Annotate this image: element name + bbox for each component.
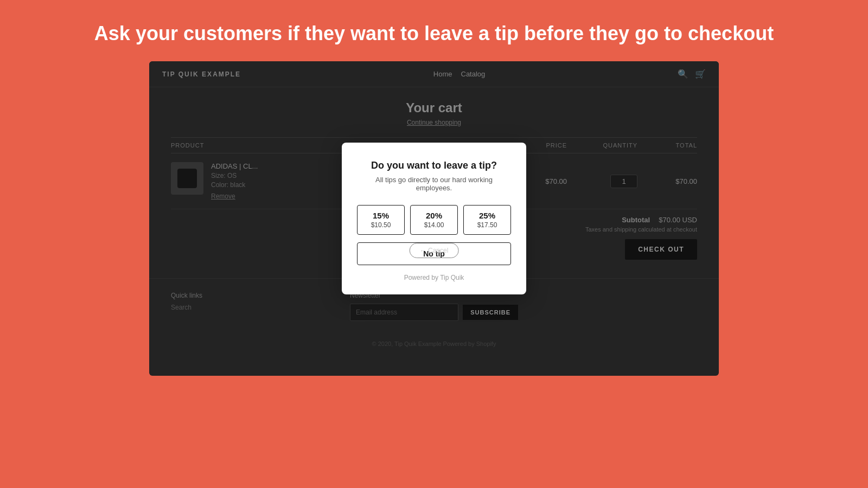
tip-25-button[interactable]: 25% $17.50 (463, 205, 511, 235)
modal-title: Do you want to leave a tip? (357, 160, 511, 171)
tip-15-percent: 15% (373, 211, 389, 220)
tip-25-percent: 25% (479, 211, 495, 220)
powered-by: Powered by Tip Quik (357, 274, 511, 281)
tip-25-amount: $17.50 (477, 221, 497, 229)
tip-20-button[interactable]: 20% $14.00 (410, 205, 458, 235)
cancel-button[interactable]: ← Cancel (410, 243, 459, 258)
tip-20-amount: $14.00 (424, 221, 444, 229)
tip-15-button[interactable]: 15% $10.50 (357, 205, 405, 235)
page-headline: Ask your customers if they want to leave… (62, 0, 806, 61)
tip-15-amount: $10.50 (371, 221, 391, 229)
modal-overlay: ← Cancel Do you want to leave a tip? All… (149, 61, 719, 376)
tip-options: 15% $10.50 20% $14.00 25% $17.50 (357, 205, 511, 235)
tip-modal: Do you want to leave a tip? All tips go … (342, 143, 526, 294)
modal-subtitle: All tips go directly to our hard working… (357, 176, 511, 192)
browser-window: TIP QUIK EXAMPLE Home Catalog 🔍 🛒 Your c… (149, 61, 719, 376)
tip-20-percent: 20% (426, 211, 442, 220)
